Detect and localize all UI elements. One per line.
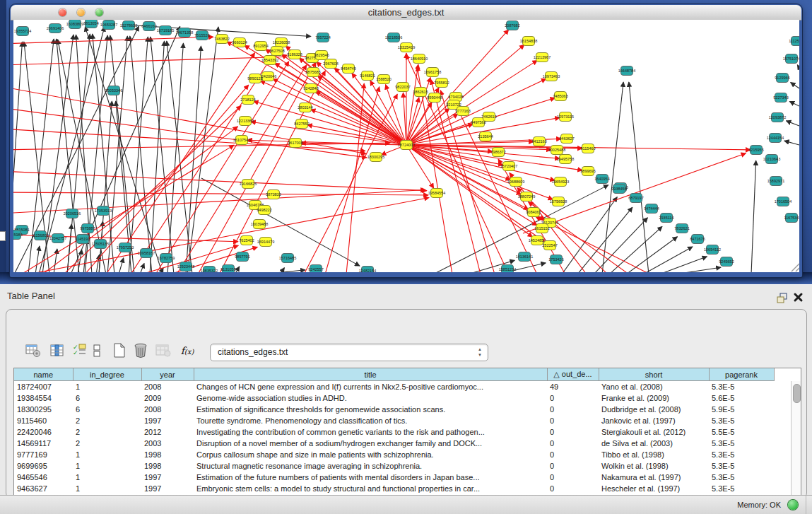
graph-edge[interactable] xyxy=(64,106,241,274)
graph-node[interactable]: 3915984 xyxy=(7,230,22,240)
table-cell[interactable]: 2 xyxy=(73,415,141,426)
graph-edge[interactable] xyxy=(254,101,406,145)
table-cell[interactable]: 14569117 xyxy=(14,438,73,449)
graph-edge[interactable] xyxy=(260,81,406,145)
graph-edge[interactable] xyxy=(35,246,40,274)
import-table-icon[interactable] xyxy=(155,342,172,359)
graph-node[interactable]: 16648784 xyxy=(618,66,635,76)
graph-node[interactable]: 17016504 xyxy=(775,197,792,206)
graph-node[interactable]: 8471676 xyxy=(690,235,705,244)
table-cell[interactable]: 5.3E-5 xyxy=(709,415,774,426)
column-header-pagerank[interactable]: pagerank xyxy=(709,368,774,381)
table-cell[interactable]: 1 xyxy=(73,381,141,393)
graph-edge[interactable] xyxy=(0,192,428,195)
table-cell[interactable]: 2 xyxy=(73,438,141,449)
graph-node[interactable]: 10958167 xyxy=(138,249,155,258)
column-header-out_de...[interactable]: △ out_de... xyxy=(547,368,599,381)
graph-node[interactable]: 11125978 xyxy=(789,37,806,46)
table-cell[interactable]: 0 xyxy=(547,449,599,460)
graph-node[interactable]: 16961758 xyxy=(424,68,441,77)
graph-node[interactable]: 15751074 xyxy=(783,54,800,64)
graph-node[interactable]: 13325419 xyxy=(398,43,415,52)
table-cell[interactable]: 5.3E-5 xyxy=(709,460,774,472)
graph-node[interactable]: 9829546 xyxy=(314,51,329,60)
graph-edge[interactable] xyxy=(791,83,799,88)
delete-column-icon[interactable] xyxy=(132,342,149,359)
table-cell[interactable]: 9777169 xyxy=(14,449,73,460)
graph-node[interactable]: 7957224 xyxy=(315,33,330,42)
table-cell[interactable]: 1998 xyxy=(141,449,194,460)
graph-node[interactable]: 2803144 xyxy=(298,103,312,112)
graph-node[interactable]: 9242557 xyxy=(308,265,323,274)
table-cell[interactable]: Yano et al. (2008) xyxy=(599,381,709,393)
table-cell[interactable] xyxy=(774,483,792,494)
graph-edge[interactable] xyxy=(751,160,756,274)
graph-node[interactable]: 9215955 xyxy=(748,146,763,155)
table-cell[interactable]: Estimation of the future numbers of pati… xyxy=(194,472,547,483)
table-cell[interactable] xyxy=(774,415,792,426)
graph-node[interactable]: 16039488 xyxy=(251,220,268,229)
table-cell[interactable]: Tibbo et al. (1998) xyxy=(599,449,709,460)
graph-node[interactable]: 14136141 xyxy=(516,252,533,262)
table-row[interactable]: 1872400712008Changes of HCN gene express… xyxy=(14,381,792,393)
graph-node[interactable]: 12923448 xyxy=(177,262,194,271)
graph-node[interactable]: 2935114 xyxy=(659,214,673,223)
graph-edge[interactable] xyxy=(325,87,379,274)
table-cell[interactable] xyxy=(774,426,792,438)
table-cell[interactable]: 2 xyxy=(73,426,141,438)
graph-node[interactable]: 9131058 xyxy=(220,265,235,274)
graph-node[interactable]: 15720407 xyxy=(500,162,517,171)
graph-node[interactable]: 19654923 xyxy=(552,177,569,187)
table-cell[interactable]: 2008 xyxy=(141,381,194,393)
graph-edge[interactable] xyxy=(406,78,546,145)
graph-node[interactable]: 7955812 xyxy=(434,78,449,88)
graph-edge[interactable] xyxy=(406,145,555,180)
graph-node[interactable]: 9146821 xyxy=(360,71,375,81)
column-header-year[interactable]: year xyxy=(141,368,194,381)
graph-node[interactable]: 7832621 xyxy=(674,224,689,233)
graph-node[interactable]: 10835322 xyxy=(201,267,218,276)
graph-node[interactable]: 7462610 xyxy=(481,112,496,122)
graph-edge[interactable] xyxy=(784,141,799,145)
graph-node[interactable]: 17353913 xyxy=(95,206,112,216)
graph-edge[interactable] xyxy=(0,86,366,154)
table-row[interactable]: 2242004622012Investigating the contribut… xyxy=(14,426,792,438)
table-cell[interactable] xyxy=(774,392,792,404)
graph-node[interactable]: 16154838 xyxy=(520,37,537,46)
graph-node[interactable]: 16914479 xyxy=(257,238,274,247)
graph-node[interactable]: 9115460 xyxy=(580,144,595,153)
table-cell[interactable]: 0 xyxy=(547,404,599,415)
graph-node[interactable]: 19355724 xyxy=(14,27,31,36)
graph-node[interactable]: 2718126 xyxy=(240,95,255,105)
table-cell[interactable]: Investigating the contribution of common… xyxy=(194,426,547,438)
table-cell[interactable]: 5.3E-5 xyxy=(709,449,774,460)
float-panel-icon[interactable] xyxy=(776,293,789,303)
function-builder-icon[interactable]: f(x) xyxy=(179,342,196,359)
graph-node[interactable]: 20053346 xyxy=(105,86,122,95)
table-cell[interactable]: 0 xyxy=(547,438,599,449)
graph-node[interactable]: 8454749 xyxy=(341,64,355,74)
graph-edge[interactable] xyxy=(428,185,608,277)
column-header-short[interactable]: short xyxy=(599,368,709,381)
vertical-scrollbar[interactable] xyxy=(791,381,801,500)
graph-node[interactable]: 9474444 xyxy=(644,204,659,214)
graph-node[interactable]: 9129966 xyxy=(775,74,789,83)
graph-node[interactable]: 12505135 xyxy=(92,240,109,249)
graph-edge[interactable] xyxy=(140,263,144,274)
table-cell[interactable]: Hescheler et al. (1997) xyxy=(599,483,709,494)
table-cell[interactable]: Estimation of significance thresholds fo… xyxy=(194,404,547,415)
graph-node[interactable]: 15851234 xyxy=(499,265,516,274)
table-cell[interactable]: 18724007 xyxy=(14,381,73,393)
graph-node[interactable]: 9822037 xyxy=(395,83,410,92)
graph-node[interactable]: 10719185 xyxy=(157,26,174,35)
show-columns-icon[interactable] xyxy=(49,342,66,359)
graph-node[interactable]: 1588520 xyxy=(376,75,391,84)
graph-node[interactable]: 2135644 xyxy=(478,132,493,141)
table-cell[interactable]: Stergiakouli et al. (2012) xyxy=(599,426,709,438)
graph-node[interactable]: 9227343 xyxy=(773,93,788,103)
graph-edge[interactable] xyxy=(261,270,305,274)
graph-node[interactable]: 8427552 xyxy=(294,119,309,129)
table-cell[interactable]: 0 xyxy=(547,392,599,404)
table-cell[interactable]: 2012 xyxy=(141,426,194,438)
graph-node[interactable]: 2522547 xyxy=(542,241,557,250)
